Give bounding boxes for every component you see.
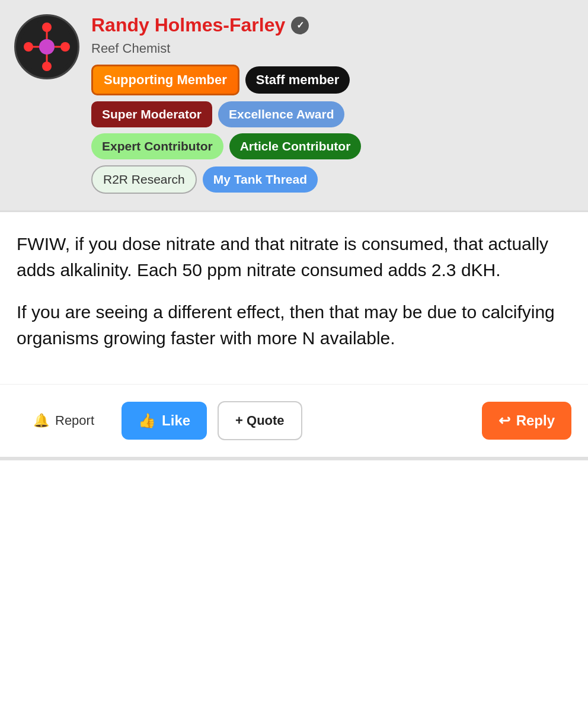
- bottom-line: [0, 457, 588, 460]
- badge-excellence-award[interactable]: Excellence Award: [218, 101, 344, 127]
- like-label: Like: [162, 412, 190, 429]
- quote-button[interactable]: + Quote: [218, 401, 302, 440]
- like-button[interactable]: 👍 Like: [122, 402, 207, 440]
- avatar-image: [20, 20, 74, 73]
- avatar-container: [14, 14, 79, 79]
- user-title: Reef Chemist: [91, 41, 574, 56]
- reply-icon: ↩: [498, 412, 510, 429]
- username-row: Randy Holmes-Farley ✓: [91, 14, 574, 36]
- post-text: FWIW, if you dose nitrate and that nitra…: [17, 231, 571, 351]
- post-paragraph-1: FWIW, if you dose nitrate and that nitra…: [17, 231, 571, 283]
- badge-my-tank-thread[interactable]: My Tank Thread: [203, 166, 318, 193]
- report-label: Report: [55, 413, 94, 428]
- reply-button[interactable]: ↩ Reply: [482, 402, 571, 440]
- user-info: Randy Holmes-Farley ✓ Reef Chemist Suppo…: [91, 14, 574, 194]
- svg-point-9: [60, 42, 70, 52]
- svg-point-1: [39, 39, 55, 55]
- svg-point-6: [42, 23, 52, 32]
- username[interactable]: Randy Holmes-Farley: [91, 14, 285, 36]
- report-button[interactable]: 🔔 Report: [17, 402, 111, 439]
- thumbs-up-icon: 👍: [138, 412, 156, 429]
- badges-row-2: Super Moderator Excellence Award: [91, 101, 574, 127]
- badges-row-3: Expert Contributor Article Contributor: [91, 133, 574, 159]
- bell-icon: 🔔: [33, 413, 49, 428]
- badge-article-contributor[interactable]: Article Contributor: [229, 133, 362, 159]
- svg-point-7: [42, 62, 52, 71]
- action-bar: 🔔 Report 👍 Like + Quote ↩ Reply: [0, 384, 588, 457]
- badges-row-4: R2R Research My Tank Thread: [91, 165, 574, 194]
- svg-point-8: [24, 42, 33, 52]
- badge-super-moderator[interactable]: Super Moderator: [91, 101, 212, 127]
- badge-supporting-member[interactable]: Supporting Member: [91, 65, 239, 95]
- post-paragraph-2: If you are seeing a different effect, th…: [17, 299, 571, 351]
- badge-expert-contributor[interactable]: Expert Contributor: [91, 133, 223, 159]
- verified-icon: ✓: [291, 17, 309, 34]
- badge-r2r-research[interactable]: R2R Research: [91, 165, 197, 194]
- post-container: Randy Holmes-Farley ✓ Reef Chemist Suppo…: [0, 0, 588, 460]
- badges-row-1: Supporting Member Staff member: [91, 65, 574, 95]
- post-content: FWIW, if you dose nitrate and that nitra…: [0, 212, 588, 384]
- badge-staff-member[interactable]: Staff member: [245, 66, 350, 94]
- user-section: Randy Holmes-Farley ✓ Reef Chemist Suppo…: [0, 0, 588, 210]
- quote-label: + Quote: [235, 413, 285, 428]
- badges-grid: Supporting Member Staff member Super Mod…: [91, 65, 574, 194]
- reply-label: Reply: [516, 412, 555, 429]
- avatar: [14, 14, 79, 79]
